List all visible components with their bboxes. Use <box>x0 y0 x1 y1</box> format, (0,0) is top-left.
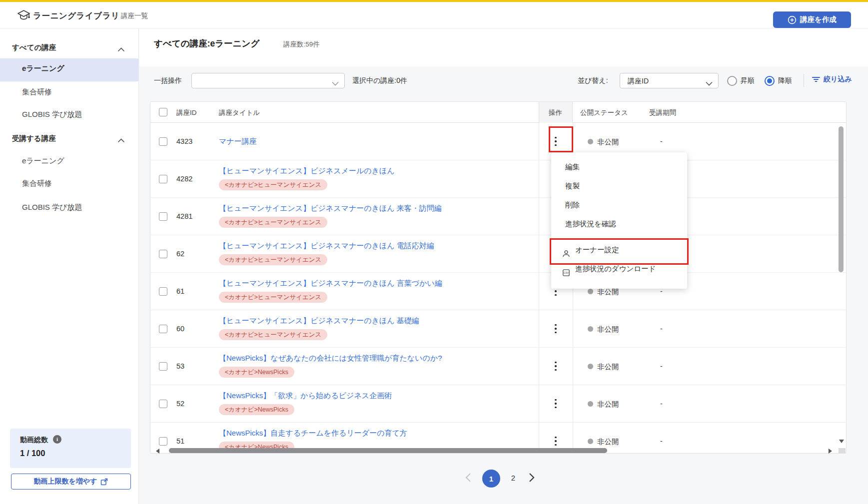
menu-item-edit[interactable]: 編集 <box>551 157 687 176</box>
sidebar-item-globis[interactable]: GLOBIS 学び放題 <box>22 110 127 122</box>
row-checkbox[interactable] <box>159 437 167 446</box>
period-value: - <box>660 137 663 145</box>
header-course-id: 講座ID <box>176 108 197 117</box>
vscroll-thumb[interactable] <box>839 126 844 272</box>
ascending-radio[interactable] <box>727 76 737 86</box>
course-id: 52 <box>176 400 184 408</box>
course-tag: <カオナビ>NewsPicks <box>219 404 294 415</box>
toolbar-divider <box>804 74 804 87</box>
course-tag: <カオナビ>ヒューマンサイエンス <box>219 254 327 265</box>
status-label: 非公開 <box>597 137 619 147</box>
status-label: 非公開 <box>597 400 619 409</box>
chevron-down-icon <box>706 79 713 88</box>
course-table: 講座ID 講座タイトル 操作 公開ステータス 受講期間 4323 マナー講座 非… <box>150 101 847 454</box>
menu-item-delete[interactable]: 削除 <box>551 195 687 214</box>
breadcrumb-separator: ＞ <box>112 11 118 20</box>
sidebar-section-label: 受講する講座 <box>12 134 56 142</box>
course-id: 4282 <box>176 175 192 183</box>
descending-label[interactable]: 降順 <box>778 76 792 85</box>
course-title-link[interactable]: 【ヒューマンサイエンス】ビジネスマナーのきほん 言葉づかい編 <box>219 278 442 288</box>
bulk-action-select[interactable] <box>191 73 345 88</box>
course-title-link[interactable]: 【ヒューマンサイエンス】ビジネスマナーのきほん 来客・訪問編 <box>219 203 442 213</box>
course-id: 4323 <box>176 137 192 145</box>
table-row: 52 【NewsPicks】「欲求」から始めるビジネス企画術 <カオナビ>New… <box>150 385 846 423</box>
header-status: 公開ステータス <box>580 108 628 117</box>
sidebar-item-elearning[interactable]: eラーニング <box>22 64 127 76</box>
menu-item-download-progress[interactable]: CSV 進捗状況のダウンロード <box>551 259 687 278</box>
hscroll-left-arrow[interactable] <box>156 449 159 454</box>
info-icon[interactable]: i <box>53 435 61 444</box>
menu-item-duplicate[interactable]: 複製 <box>551 176 687 195</box>
course-tag: <カオナビ>NewsPicks <box>219 367 294 378</box>
course-id: 4281 <box>176 212 192 220</box>
select-all-checkbox[interactable] <box>159 108 167 116</box>
course-title-link[interactable]: 【NewsPicks】「欲求」から始めるビジネス企画術 <box>219 391 392 401</box>
course-title-link[interactable]: 【ヒューマンサイエンス】ビジネスマナーのきほん 基礎編 <box>219 316 419 326</box>
status-label: 非公開 <box>597 437 619 447</box>
table-row: 53 【NewsPicks】なぜあなたの会社には女性管理職が育たないのか? <カ… <box>150 348 846 385</box>
course-id: 60 <box>176 325 184 333</box>
ascending-label[interactable]: 昇順 <box>741 76 755 85</box>
course-title-link[interactable]: 【NewsPicks】自走するチームを作るリーダーの育て方 <box>219 428 407 438</box>
sidebar-section-all-courses[interactable]: すべての講座 <box>12 43 127 55</box>
course-title-link[interactable]: 【ヒューマンサイエンス】ビジネスメールのきほん <box>219 166 395 176</box>
row-checkbox[interactable] <box>159 137 167 146</box>
create-course-button[interactable]: 講座を作成 <box>773 11 851 28</box>
status-dot <box>588 326 593 332</box>
header-period: 受講期間 <box>649 108 676 117</box>
row-actions-kebab[interactable] <box>545 394 566 414</box>
status-label: 非公開 <box>597 325 619 334</box>
pagination-prev-button[interactable] <box>465 473 471 484</box>
sidebar-item-my-elearning[interactable]: eラーニング <box>22 156 127 168</box>
pagination-next-button[interactable] <box>529 473 535 484</box>
row-checkbox[interactable] <box>159 400 167 408</box>
status-label: 非公開 <box>597 362 619 372</box>
sidebar-item-group-training[interactable]: 集合研修 <box>22 87 127 99</box>
hscroll-right-arrow[interactable] <box>829 449 832 454</box>
menu-item-owner-label: オーナー設定 <box>575 246 619 254</box>
row-checkbox[interactable] <box>159 250 167 258</box>
vscroll-down-arrow[interactable] <box>839 440 844 443</box>
row-checkbox[interactable] <box>159 362 167 371</box>
pagination-page-2[interactable]: 2 <box>507 474 520 482</box>
row-actions-kebab[interactable] <box>545 319 566 339</box>
external-link-icon <box>100 478 108 486</box>
row-actions-kebab[interactable] <box>545 131 566 151</box>
status-dot <box>588 364 593 369</box>
increase-video-limit-button[interactable]: 動画上限数を増やす <box>11 474 131 490</box>
csv-file-icon: CSV <box>562 265 570 284</box>
sort-label: 並び替え: <box>578 76 608 85</box>
row-checkbox[interactable] <box>159 212 167 221</box>
row-checkbox[interactable] <box>159 287 167 296</box>
course-title-link[interactable]: 【NewsPicks】なぜあなたの会社には女性管理職が育たないのか? <box>219 353 442 363</box>
period-value: - <box>660 362 663 370</box>
increase-video-limit-label: 動画上限数を増やす <box>34 477 97 486</box>
breadcrumb-root[interactable]: ラーニングライブラリ <box>33 10 119 21</box>
period-value: - <box>660 437 663 445</box>
create-course-label: 講座を作成 <box>800 15 837 24</box>
sidebar-item-my-group-training[interactable]: 集合研修 <box>22 179 127 191</box>
plus-circle-icon <box>788 15 797 24</box>
row-checkbox[interactable] <box>159 175 167 183</box>
sidebar-item-my-globis[interactable]: GLOBIS 学び放題 <box>22 203 127 215</box>
header-actions: 操作 <box>549 108 562 117</box>
filter-button[interactable]: 絞り込み <box>812 75 852 84</box>
course-title-link[interactable]: 【ヒューマンサイエンス】ビジネスマナーのきほん 電話応対編 <box>219 241 434 251</box>
menu-item-owner-settings[interactable]: オーナー設定 <box>551 240 687 259</box>
chevron-right-icon <box>529 473 535 483</box>
sort-select[interactable]: 講座ID <box>620 73 719 88</box>
row-actions-kebab[interactable] <box>545 356 566 376</box>
menu-item-check-progress[interactable]: 進捗状況を確認 <box>551 214 687 233</box>
selected-count-label: 選択中の講座:0件 <box>352 76 407 85</box>
hscroll-thumb[interactable] <box>169 448 607 453</box>
row-checkbox[interactable] <box>159 325 167 333</box>
period-value: - <box>660 400 663 408</box>
course-title-link[interactable]: マナー講座 <box>219 136 257 146</box>
table-row: 61 【ヒューマンサイエンス】ビジネスマナーのきほん 言葉づかい編 <カオナビ>… <box>150 273 846 310</box>
menu-item-download-label: 進捗状況のダウンロード <box>575 265 656 273</box>
pagination-page-1[interactable]: 1 <box>482 470 500 488</box>
sidebar-section-my-courses[interactable]: 受講する講座 <box>12 134 127 146</box>
descending-radio[interactable] <box>765 76 775 86</box>
learning-library-page: ラーニングライブラリ ＞ 講座一覧 講座を作成 すべての講座 eラーニング 集合… <box>0 0 868 504</box>
breadcrumb-current: 講座一覧 <box>121 11 148 20</box>
